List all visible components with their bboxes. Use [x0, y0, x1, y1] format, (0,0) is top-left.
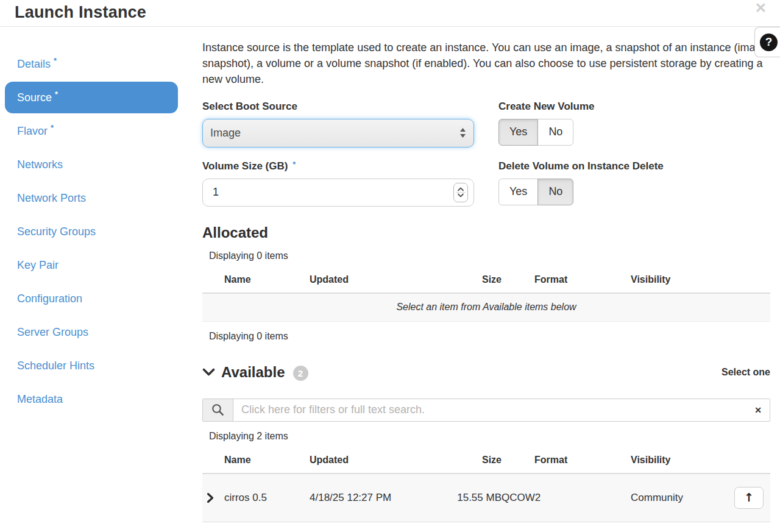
allocate-item-button[interactable]: ↑ [734, 487, 764, 509]
filter-search-bar: ✕ [202, 399, 770, 422]
boot-source-value: Image [210, 127, 241, 140]
column-header-name: Name [224, 269, 310, 293]
volume-size-label: Volume Size (GB) * [202, 160, 474, 172]
allocated-count-bottom: Displaying 0 items [209, 331, 770, 342]
source-description: Instance source is the template used to … [202, 40, 770, 88]
sidebar-item-label: Source [17, 91, 52, 104]
sidebar-item-label: Network Ports [17, 192, 86, 205]
number-stepper[interactable] [453, 183, 468, 202]
allocated-empty-message: Select an item from Available items belo… [202, 293, 770, 322]
available-count: Displaying 2 items [209, 431, 770, 442]
available-table-header: Name Updated Size Format Visibility [202, 450, 770, 473]
chevron-down-icon[interactable] [202, 368, 215, 376]
delete-volume-label: Delete Volume on Instance Delete [498, 160, 664, 172]
sidebar-item-label: Key Pair [17, 259, 58, 272]
boot-source-row: Select Boot Source Image Create New Volu… [202, 101, 770, 147]
cell-size: 15.55 MB [438, 473, 502, 522]
column-header-name: Name [224, 450, 310, 473]
modal-body: Details * Source * Flavor * Networks Net… [0, 27, 780, 522]
create-new-volume-toggle: Yes No [498, 119, 573, 146]
column-header-visibility: Visibility [631, 269, 734, 293]
select-arrows-icon [459, 127, 466, 138]
delete-volume-toggle: Yes No [498, 179, 573, 205]
boot-source-select[interactable]: Image [202, 119, 474, 147]
create-new-volume-yes-button[interactable]: Yes [498, 119, 538, 146]
sidebar-item-label: Configuration [17, 293, 82, 305]
sidebar-item-networks[interactable]: Networks [0, 148, 202, 182]
page-title: Launch Instance [0, 0, 780, 22]
expand-row-icon[interactable] [207, 492, 224, 503]
sidebar-item-metadata[interactable]: Metadata [0, 383, 202, 416]
delete-volume-no-button[interactable]: No [537, 179, 573, 205]
sidebar-item-flavor[interactable]: Flavor * [0, 115, 202, 148]
delete-volume-yes-button[interactable]: Yes [498, 179, 538, 205]
allocated-heading: Allocated [202, 224, 770, 241]
clear-search-icon[interactable]: ✕ [746, 399, 770, 421]
sidebar-item-label: Security Groups [17, 225, 96, 238]
cell-updated: 4/18/25 12:27 PM [310, 473, 438, 522]
source-step-content: Instance source is the template used to … [202, 27, 780, 522]
create-new-volume-no-button[interactable]: No [537, 119, 573, 146]
volume-size-input[interactable] [213, 186, 453, 199]
sidebar-item-source[interactable]: Source * [5, 82, 178, 113]
sidebar-item-network-ports[interactable]: Network Ports [0, 182, 202, 215]
search-icon [203, 399, 233, 421]
sidebar-item-label: Server Groups [17, 326, 88, 339]
sidebar-item-label: Networks [17, 158, 63, 171]
sidebar-item-label: Scheduler Hints [17, 360, 94, 372]
required-asterisk: * [51, 123, 54, 132]
cell-format: QCOW2 [502, 473, 631, 522]
volume-size-row: Volume Size (GB) * Delete Volume on Inst… [202, 160, 770, 207]
column-header-updated: Updated [310, 269, 438, 293]
sidebar-item-scheduler-hints[interactable]: Scheduler Hints [0, 349, 202, 383]
allocated-empty-row: Select an item from Available items belo… [202, 293, 770, 322]
cell-visibility: Community [631, 473, 734, 522]
boot-source-label: Select Boot Source [202, 101, 474, 113]
column-header-visibility: Visibility [631, 450, 734, 473]
sidebar-item-security-groups[interactable]: Security Groups [0, 215, 202, 249]
sidebar-item-configuration[interactable]: Configuration [0, 282, 202, 316]
modal-header: Launch Instance ✕ [0, 0, 780, 27]
create-new-volume-label: Create New Volume [498, 101, 594, 113]
close-icon[interactable]: ✕ [755, 0, 767, 16]
sidebar-item-label: Flavor [17, 125, 48, 138]
select-one-hint: Select one [722, 367, 770, 378]
column-header-format: Format [502, 450, 631, 473]
sidebar-item-server-groups[interactable]: Server Groups [0, 316, 202, 349]
required-asterisk: * [292, 160, 296, 169]
column-header-size: Size [438, 269, 502, 293]
available-count-badge: 2 [293, 366, 308, 381]
sidebar-item-label: Metadata [17, 393, 63, 406]
sidebar-item-label: Details [17, 58, 51, 71]
wizard-nav: Details * Source * Flavor * Networks Net… [0, 27, 202, 522]
allocated-count-top: Displaying 0 items [209, 250, 770, 261]
sidebar-item-details[interactable]: Details * [0, 48, 202, 81]
search-input[interactable] [233, 399, 746, 421]
sidebar-item-key-pair[interactable]: Key Pair [0, 249, 202, 282]
help-icon: ? [760, 34, 778, 51]
allocated-table: Name Updated Size Format Visibility Sele… [202, 269, 770, 322]
table-row: cirros 0.5 4/18/25 12:27 PM 15.55 MB QCO… [202, 473, 770, 522]
cell-name: cirros 0.5 [224, 473, 310, 522]
available-section-header: Available 2 Select one [202, 364, 770, 381]
allocated-table-header: Name Updated Size Format Visibility [202, 269, 770, 293]
volume-size-field [202, 179, 474, 207]
column-header-format: Format [502, 269, 631, 293]
available-heading: Available [221, 364, 285, 381]
column-header-updated: Updated [310, 450, 438, 473]
help-button[interactable]: ? [754, 27, 780, 57]
available-table: Name Updated Size Format Visibility [202, 450, 770, 522]
required-asterisk: * [54, 56, 57, 65]
column-header-size: Size [438, 450, 502, 473]
required-asterisk: * [55, 90, 58, 99]
launch-instance-modal: Launch Instance ✕ ? Details * Source * F… [0, 0, 780, 522]
